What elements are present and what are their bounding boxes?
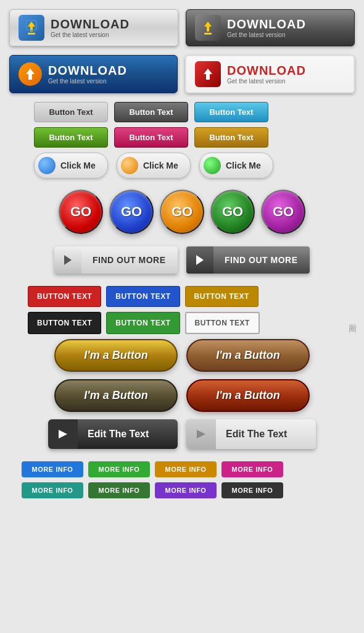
svg-marker-6: [204, 69, 212, 80]
more-info-black-2[interactable]: MORE INFO: [221, 482, 283, 498]
edit-arrow-dark: [48, 419, 78, 449]
watermark: 新图网: [347, 317, 358, 321]
button-upper-gold[interactable]: BUTTON TEXT: [185, 286, 259, 307]
download-title-dark: DOWNLOAD: [227, 17, 306, 31]
click-dot-orange: [121, 157, 138, 174]
download-subtitle-dark: Get the latest version: [227, 31, 306, 38]
click-me-row: Click Me Click Me Click Me: [9, 153, 355, 178]
go-button-orange[interactable]: GO: [160, 190, 204, 234]
download-text-silver: DOWNLOAD Get the latest version: [51, 17, 130, 38]
click-me-green[interactable]: Click Me: [199, 153, 273, 178]
click-me-label-1: Click Me: [60, 161, 96, 170]
download-icon-orange: [19, 62, 42, 86]
go-button-blue[interactable]: GO: [109, 190, 154, 234]
download-subtitle-red: Get the latest version: [227, 78, 306, 85]
download-text-dark: DOWNLOAD Get the latest version: [227, 17, 306, 38]
download-button-silver[interactable]: DOWNLOAD Get the latest version: [9, 9, 178, 46]
svg-rect-4: [204, 33, 212, 35]
button-dark-gray[interactable]: Button Text: [114, 102, 188, 122]
svg-marker-5: [26, 69, 35, 80]
find-out-more-dark[interactable]: FIND OUT MORE: [186, 246, 310, 274]
download-button-dark[interactable]: DOWNLOAD Get the latest version: [186, 9, 355, 46]
button-pink[interactable]: Button Text: [114, 127, 188, 148]
download-icon-blue: [19, 15, 44, 41]
button-green[interactable]: Button Text: [34, 127, 108, 148]
download-title-silver: DOWNLOAD: [51, 17, 130, 31]
svg-marker-3: [204, 22, 212, 31]
download-subtitle-blue: Get the latest version: [48, 78, 127, 85]
im-button-dark-olive[interactable]: I'm a Button: [54, 379, 178, 412]
download-icon-dark: [195, 15, 221, 41]
find-out-label-dark: FIND OUT MORE: [213, 246, 310, 274]
edit-label-light: Edit The Text: [216, 419, 316, 449]
edit-the-text-row: Edit The Text Edit The Text: [9, 419, 355, 449]
more-info-dark-green-2[interactable]: MORE INFO: [88, 482, 150, 498]
svg-marker-8: [197, 430, 205, 438]
im-button-gold[interactable]: I'm a Button: [54, 339, 178, 372]
click-me-orange[interactable]: Click Me: [117, 153, 191, 178]
im-button-red-brown[interactable]: I'm a Button: [186, 379, 310, 412]
click-me-label-2: Click Me: [143, 161, 178, 170]
download-icon-red: [195, 61, 221, 87]
button-upper-black[interactable]: BUTTON TEXT: [28, 312, 101, 334]
more-info-teal-2[interactable]: MORE INFO: [22, 482, 83, 498]
svg-rect-1: [28, 33, 35, 35]
click-me-label-3: Click Me: [226, 161, 261, 170]
download-text-blue: DOWNLOAD Get the latest version: [48, 64, 127, 85]
go-button-green[interactable]: GO: [210, 190, 255, 234]
button-upper-green[interactable]: BUTTON TEXT: [106, 312, 180, 334]
button-blue[interactable]: Button Text: [194, 102, 268, 122]
find-out-arrow-dark: [186, 246, 213, 274]
button-upper-red[interactable]: BUTTON TEXT: [28, 286, 101, 307]
more-info-gold-1[interactable]: MORE INFO: [155, 461, 217, 477]
button-upper-row-2: BUTTON TEXT BUTTON TEXT BUTTON TEXT: [9, 312, 355, 334]
edit-label-dark: Edit The Text: [78, 419, 178, 449]
find-out-arrow-light: [54, 246, 81, 274]
more-info-green-1[interactable]: MORE INFO: [88, 461, 150, 477]
button-upper-outline[interactable]: BUTTON TEXT: [185, 312, 260, 334]
find-out-more-light[interactable]: FIND OUT MORE: [54, 246, 178, 274]
download-button-red-white[interactable]: DOWNLOAD Get the latest version: [185, 55, 355, 93]
go-button-red[interactable]: GO: [59, 190, 103, 234]
button-text-row-2: Button Text Button Text Button Text: [9, 127, 355, 148]
more-info-pink-1[interactable]: MORE INFO: [221, 461, 283, 477]
download-title-blue: DOWNLOAD: [48, 64, 127, 78]
triangle-right-white: [196, 255, 204, 265]
im-a-button-row-1: I'm a Button I'm a Button: [9, 339, 355, 372]
click-me-blue[interactable]: Click Me: [34, 153, 108, 178]
click-dot-blue: [38, 157, 56, 174]
download-row-2: DOWNLOAD Get the latest version DOWNLOAD…: [9, 55, 355, 93]
download-row-1: DOWNLOAD Get the latest version DOWNLOAD…: [9, 9, 355, 46]
button-text-row-1: Button Text Button Text Button Text: [9, 102, 355, 122]
go-buttons-row: GO GO GO GO GO: [9, 190, 355, 234]
find-out-label-light: FIND OUT MORE: [81, 246, 178, 274]
button-upper-row-1: BUTTON TEXT BUTTON TEXT BUTTON TEXT: [9, 286, 355, 307]
im-a-button-row-2: I'm a Button I'm a Button: [9, 379, 355, 412]
find-out-more-row: FIND OUT MORE FIND OUT MORE: [9, 246, 355, 274]
edit-button-light[interactable]: Edit The Text: [186, 419, 316, 449]
edit-arrow-light: [186, 419, 216, 449]
download-subtitle-silver: Get the latest version: [51, 31, 130, 38]
more-info-purple-2[interactable]: MORE INFO: [155, 482, 217, 498]
download-text-red: DOWNLOAD Get the latest version: [227, 64, 306, 85]
edit-button-dark[interactable]: Edit The Text: [48, 419, 178, 449]
more-info-blue-1[interactable]: MORE INFO: [22, 461, 83, 477]
download-button-blue[interactable]: DOWNLOAD Get the latest version: [9, 55, 178, 93]
triangle-right-dark: [64, 255, 72, 265]
svg-marker-7: [59, 430, 67, 438]
button-gold[interactable]: Button Text: [194, 127, 268, 148]
button-upper-blue[interactable]: BUTTON TEXT: [106, 286, 180, 307]
more-info-row-2: MORE INFO MORE INFO MORE INFO MORE INFO: [9, 482, 355, 498]
button-gray[interactable]: Button Text: [34, 102, 108, 122]
download-title-red: DOWNLOAD: [227, 64, 306, 78]
go-button-purple[interactable]: GO: [261, 190, 305, 234]
im-button-brown-light[interactable]: I'm a Button: [186, 339, 310, 372]
click-dot-green: [204, 157, 221, 174]
more-info-row-1: MORE INFO MORE INFO MORE INFO MORE INFO: [9, 461, 355, 477]
